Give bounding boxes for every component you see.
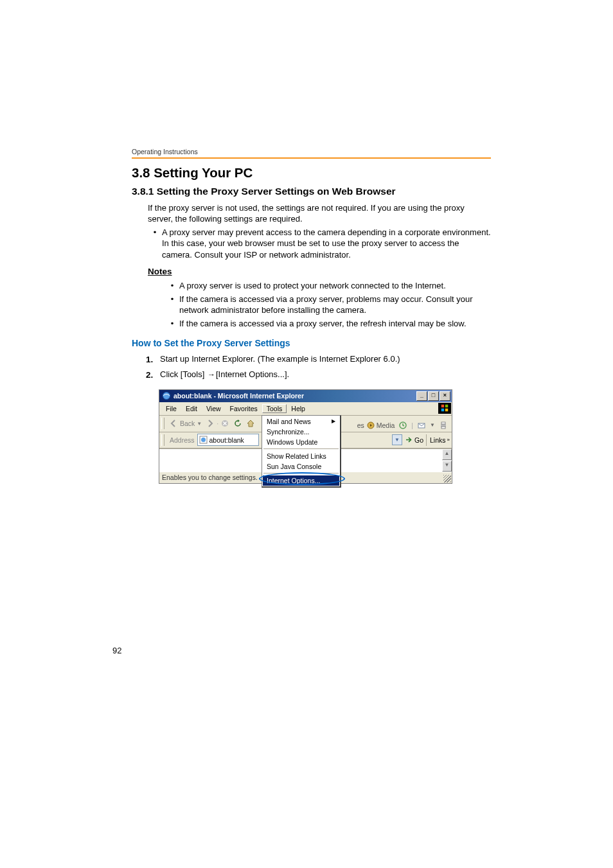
menu-item-label: Mail and News [267, 418, 311, 425]
bullet-marker: • [165, 280, 179, 291]
go-button[interactable]: Go [405, 436, 423, 444]
chevron-right-icon: ▶ [332, 418, 335, 424]
address-value: about:blank [209, 436, 244, 444]
step-number: 1. [146, 353, 160, 366]
menubar: File Edit View Favorites Tools Help [159, 402, 452, 416]
menu-edit[interactable]: Edit [181, 404, 202, 413]
chevron-down-icon: ▼ [430, 422, 435, 428]
scroll-up-button[interactable]: ▲ [442, 449, 452, 460]
header-rule [132, 157, 491, 159]
links-toolbar[interactable]: Links » [426, 434, 450, 446]
toolbar-right-fragment: es Media | ▼ [357, 419, 450, 432]
svg-rect-1 [441, 405, 444, 407]
page-number: 92 [112, 646, 121, 655]
minimize-button[interactable]: _ [416, 391, 427, 401]
menu-view[interactable]: View [202, 404, 226, 413]
resize-grip-icon[interactable] [443, 475, 451, 483]
bullet-marker: • [165, 294, 179, 315]
step-text-post: [Internet Options...]. [216, 369, 289, 379]
menu-item-label: Synchronize... [267, 428, 310, 436]
ie-window: about:blank - Microsoft Internet Explore… [159, 389, 452, 484]
step-text: Click [Tools] →[Internet Options...]. [160, 369, 491, 382]
menu-synchronize[interactable]: Synchronize... [263, 427, 339, 437]
step-number: 2. [146, 369, 160, 382]
close-button[interactable]: × [440, 391, 450, 401]
note-item: • If the camera is accessed via a proxy … [165, 294, 491, 315]
bullet-text: A proxy server may prevent access to the… [162, 227, 491, 260]
status-text: Enables you to change settings. [162, 474, 258, 481]
svg-point-0 [163, 393, 170, 400]
svg-rect-13 [441, 427, 445, 429]
svg-rect-4 [445, 409, 448, 411]
svg-rect-12 [441, 422, 445, 424]
notes-heading: Notes [148, 267, 491, 276]
menu-item-label: Windows Update [267, 438, 317, 446]
tools-dropdown-menu: Mail and News ▶ Synchronize... Windows U… [262, 415, 341, 488]
subsection-heading: 3.8.1 Setting the Proxy Server Settings … [132, 186, 491, 197]
toolbar-grip[interactable] [161, 434, 164, 446]
print-button[interactable] [437, 419, 450, 432]
window-title: about:blank - Microsoft Internet Explore… [173, 392, 416, 400]
ie-page-icon [199, 436, 208, 444]
step-text-pre: Click [Tools] [160, 369, 204, 379]
menu-windows-update[interactable]: Windows Update [263, 437, 339, 447]
address-dropdown-button[interactable]: ▼ [392, 434, 402, 445]
bullet-marker: • [165, 318, 179, 329]
step-item: 1. Start up Internet Explorer. (The exam… [146, 353, 491, 366]
home-button[interactable] [244, 417, 257, 430]
section-heading: 3.8 Setting Your PC [132, 165, 491, 181]
menu-favorites[interactable]: Favorites [226, 404, 262, 413]
windows-flag-icon [438, 403, 451, 414]
menu-item-label: Internet Options... [267, 477, 320, 484]
menu-internet-options[interactable]: Internet Options... [263, 475, 339, 486]
howto-heading: How to Set the Proxy Server Settings [132, 338, 491, 348]
bullet-item: • A proxy server may prevent access to t… [148, 227, 491, 260]
menu-help[interactable]: Help [287, 404, 310, 413]
address-right-fragment: ▼ Go Links » [392, 434, 450, 446]
menu-item-label: Sun Java Console [267, 463, 321, 470]
back-label: Back [180, 420, 195, 427]
media-button[interactable]: Media [366, 421, 395, 430]
note-item: • A proxy server is used to protect your… [165, 280, 491, 291]
chevron-down-icon: ▼ [197, 421, 202, 427]
menu-file[interactable]: File [161, 404, 181, 413]
menu-mail-and-news[interactable]: Mail and News ▶ [263, 416, 339, 427]
svg-rect-3 [441, 409, 444, 411]
menu-item-label: Show Related Links [267, 452, 326, 460]
running-header: Operating Instructions [132, 148, 491, 155]
svg-rect-2 [445, 405, 448, 407]
stop-button[interactable] [218, 417, 231, 430]
bullet-marker: • [148, 227, 162, 260]
history-button[interactable] [396, 419, 409, 432]
intro-paragraph: If the proxy server is not used, the set… [148, 202, 491, 224]
refresh-button[interactable] [231, 417, 244, 430]
ie-app-icon [162, 391, 171, 400]
chevron-right-icon: » [447, 437, 450, 443]
maximize-button[interactable]: □ [428, 391, 439, 401]
searches-fragment: es [357, 421, 364, 429]
menu-tools[interactable]: Tools [262, 404, 287, 413]
svg-point-7 [201, 438, 206, 442]
media-label: Media [377, 421, 395, 429]
address-label: Address [170, 436, 195, 444]
toolbar-grip[interactable] [161, 418, 164, 429]
arrow-right-icon: → [207, 369, 216, 380]
note-text: If the camera is accessed via a proxy se… [179, 318, 491, 329]
back-button[interactable]: Back ▼ [167, 418, 204, 429]
menu-show-related-links[interactable]: Show Related Links [263, 451, 339, 461]
note-text: A proxy server is used to protect your n… [179, 280, 491, 291]
menu-separator [263, 448, 339, 450]
mail-button[interactable] [415, 419, 428, 432]
note-text: If the camera is accessed via a proxy se… [179, 294, 491, 315]
scroll-down-button[interactable]: ▼ [442, 461, 452, 472]
step-item: 2. Click [Tools] →[Internet Options...]. [146, 369, 491, 382]
forward-button[interactable] [204, 417, 217, 430]
address-combo[interactable]: about:blank [197, 434, 259, 446]
titlebar: about:blank - Microsoft Internet Explore… [159, 390, 452, 402]
step-text: Start up Internet Explorer. (The example… [160, 353, 491, 366]
menu-sun-java-console[interactable]: Sun Java Console [263, 461, 339, 472]
note-item: • If the camera is accessed via a proxy … [165, 318, 491, 329]
vertical-scrollbar[interactable]: ▲ ▼ [442, 449, 452, 472]
links-label: Links [430, 436, 446, 444]
go-label: Go [414, 436, 423, 444]
